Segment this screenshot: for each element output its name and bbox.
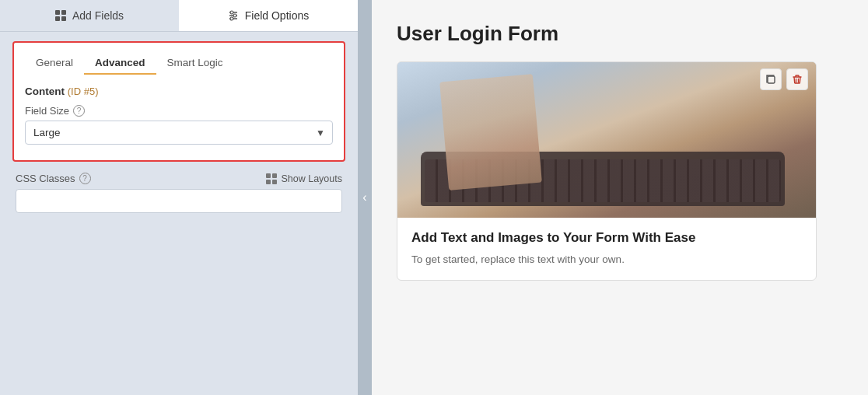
tab-add-fields[interactable]: Add Fields (0, 0, 179, 31)
sub-tab-smart-logic[interactable]: Smart Logic (156, 52, 234, 75)
show-layouts-button[interactable]: Show Layouts (266, 173, 342, 184)
sub-tab-smart-logic-label: Smart Logic (167, 57, 223, 68)
field-size-row: Field Size ? Small Medium Large ▼ (25, 105, 333, 145)
field-size-select[interactable]: Small Medium Large (25, 121, 333, 145)
card-image (397, 62, 816, 218)
sub-tab-advanced[interactable]: Advanced (84, 52, 156, 75)
tab-field-options[interactable]: Field Options (179, 0, 358, 31)
svg-point-7 (230, 11, 233, 14)
svg-point-9 (230, 17, 233, 20)
form-title: User Login Form (397, 22, 843, 46)
copy-button[interactable] (760, 68, 782, 90)
right-panel: User Login Form Add Text and I (372, 0, 868, 395)
tab-add-fields-label: Add Fields (72, 9, 124, 22)
css-classes-input[interactable] (16, 189, 342, 213)
card-text: To get started, replace this text with y… (411, 252, 802, 267)
field-size-label-text: Field Size (25, 105, 69, 117)
svg-rect-2 (55, 16, 60, 21)
grid-icon (55, 10, 66, 21)
field-size-help-icon[interactable]: ? (73, 105, 85, 117)
card-heading: Add Text and Images to Your Form With Ea… (411, 230, 802, 246)
svg-rect-3 (61, 16, 66, 21)
left-panel: Add Fields Field Options G (0, 0, 358, 395)
delete-button[interactable] (786, 68, 808, 90)
content-card: Add Text and Images to Your Form With Ea… (397, 61, 817, 281)
layouts-icon (266, 173, 277, 184)
card-body: Add Text and Images to Your Form With Ea… (397, 218, 816, 280)
section-label-text: Content (25, 86, 65, 97)
sub-tab-general[interactable]: General (25, 52, 84, 75)
card-actions (760, 68, 808, 90)
field-id: (ID #5) (68, 86, 99, 97)
svg-point-8 (233, 14, 236, 17)
tab-field-options-label: Field Options (245, 9, 309, 22)
css-classes-section: CSS Classes ? Show Layouts (12, 173, 345, 213)
top-tabs: Add Fields Field Options (0, 0, 358, 32)
svg-rect-0 (55, 10, 60, 15)
css-classes-label-text: CSS Classes (16, 173, 75, 184)
section-label: Content (ID #5) (25, 86, 333, 97)
field-size-select-wrapper: Small Medium Large ▼ (25, 121, 333, 145)
field-size-label-row: Field Size ? (25, 105, 333, 117)
sub-tab-advanced-label: Advanced (95, 57, 145, 68)
sliders-icon (228, 10, 239, 21)
highlighted-section: General Advanced Smart Logic Content (ID… (12, 41, 345, 162)
css-classes-label: CSS Classes ? (16, 173, 91, 184)
sub-tab-general-label: General (36, 57, 73, 68)
css-classes-header: CSS Classes ? Show Layouts (16, 173, 342, 184)
css-classes-help-icon[interactable]: ? (79, 173, 91, 184)
show-layouts-label: Show Layouts (281, 173, 342, 184)
svg-rect-1 (61, 10, 66, 15)
panel-content: General Advanced Smart Logic Content (ID… (0, 32, 358, 395)
sub-tabs: General Advanced Smart Logic (25, 52, 333, 75)
collapse-handle[interactable] (358, 0, 372, 395)
svg-rect-10 (768, 76, 775, 83)
